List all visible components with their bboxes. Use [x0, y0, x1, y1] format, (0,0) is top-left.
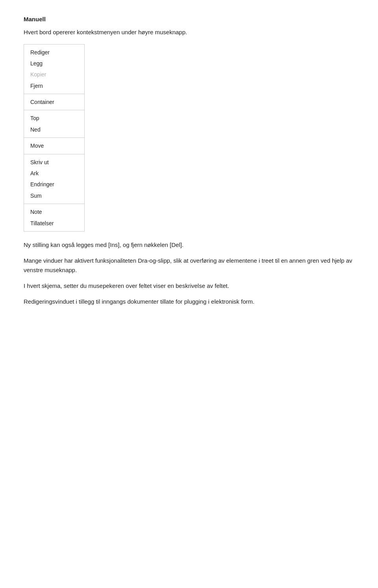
- intro-paragraph: Hvert bord opererer kontekstmenyen under…: [24, 28, 354, 37]
- menu-item-5-1[interactable]: Tillatelser: [24, 218, 84, 229]
- menu-item-3-0[interactable]: Move: [24, 140, 84, 151]
- menu-item-0-1[interactable]: Legg: [24, 58, 84, 69]
- menu-item-4-2[interactable]: Endringer: [24, 179, 84, 190]
- menu-item-2-0[interactable]: Top: [24, 113, 84, 124]
- menu-item-0-0[interactable]: Rediger: [24, 47, 84, 58]
- paragraph-3: Redigeringsvinduet i tillegg til inngang…: [24, 297, 354, 306]
- menu-item-0-3[interactable]: Fjern: [24, 80, 84, 91]
- menu-item-4-3[interactable]: Sum: [24, 190, 84, 201]
- menu-group-4: Skriv utArkEndringerSum: [24, 154, 84, 204]
- paragraph-2: I hvert skjema, setter du musepekeren ov…: [24, 281, 354, 291]
- menu-item-4-1[interactable]: Ark: [24, 168, 84, 179]
- menu-group-2: TopNed: [24, 110, 84, 138]
- menu-item-4-0[interactable]: Skriv ut: [24, 157, 84, 168]
- menu-item-5-0[interactable]: Note: [24, 206, 84, 217]
- menu-item-1-0[interactable]: Container: [24, 96, 84, 108]
- menu-group-5: NoteTillatelser: [24, 204, 84, 231]
- paragraph-1: Mange vinduer har aktivert funksjonalite…: [24, 256, 354, 275]
- menu-group-0: RedigerLeggKopierFjern: [24, 45, 84, 95]
- menu-group-3: Move: [24, 138, 84, 154]
- page-heading: Manuell: [24, 16, 354, 22]
- context-menu: RedigerLeggKopierFjernContainerTopNedMov…: [24, 44, 85, 232]
- menu-item-0-2: Kopier: [24, 69, 84, 80]
- menu-item-2-1[interactable]: Ned: [24, 124, 84, 135]
- menu-group-1: Container: [24, 94, 84, 110]
- paragraph-0: Ny stilling kan også legges med [Ins], o…: [24, 240, 354, 250]
